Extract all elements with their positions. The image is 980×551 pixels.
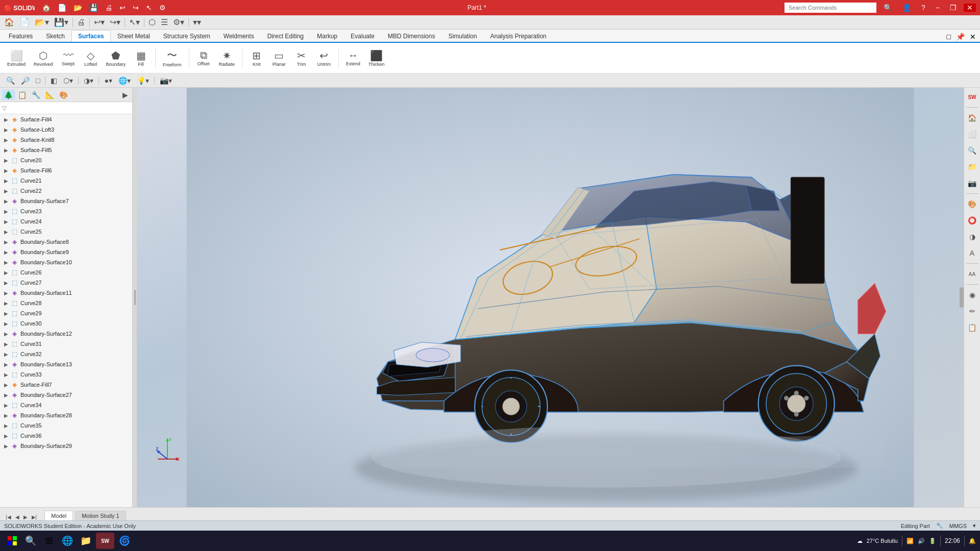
tab-nav-prev[interactable]: ◀ <box>14 514 21 520</box>
tree-item[interactable]: ▶⬚Curve23 <box>0 206 132 216</box>
expand-arrow[interactable]: ▶ <box>4 168 10 173</box>
expand-arrow[interactable]: ▶ <box>4 137 10 143</box>
tree-item[interactable]: ▶◈Boundary-Surface12 <box>0 329 132 339</box>
open-btn[interactable]: 📂 <box>70 4 85 12</box>
cmd-list[interactable]: ☰ <box>159 16 170 28</box>
tree-item[interactable]: ▶◈Boundary-Surface11 <box>0 288 132 298</box>
cmd-home[interactable]: 🏠 <box>2 16 16 28</box>
expand-arrow[interactable]: ▶ <box>4 147 10 153</box>
ribbon-fill-surface[interactable]: ▦ Fill <box>131 47 151 69</box>
vt-cam[interactable]: 📷▾ <box>158 76 174 86</box>
expand-arrow[interactable]: ▶ <box>4 413 10 418</box>
tree-item[interactable]: ▶◈Boundary-Surface7 <box>0 196 132 206</box>
tree-item[interactable]: ▶◈Boundary-Surface27 <box>0 390 132 400</box>
taskbar-edge[interactable]: 🌐 <box>59 533 76 549</box>
cmd-print[interactable]: 🖨 <box>75 17 87 28</box>
tree-item[interactable]: ▶⬚Curve25 <box>0 227 132 237</box>
cmd-options[interactable]: ⚙▾ <box>171 16 186 28</box>
expand-arrow[interactable]: ▶ <box>4 219 10 224</box>
dim-xpert-btn[interactable]: 📐 <box>43 90 56 100</box>
new-btn[interactable]: 📄 <box>55 4 69 12</box>
panel-expand-btn[interactable]: ▶ <box>120 90 130 100</box>
taskbar-notification-btn[interactable]: 🔔 <box>969 538 976 544</box>
tab-simulation[interactable]: Simulation <box>442 30 483 42</box>
rp-search-btn[interactable]: 🔍 <box>965 143 979 158</box>
account-btn[interactable]: 👤 <box>899 4 914 12</box>
expand-arrow[interactable]: ▶ <box>4 433 10 439</box>
tree-item[interactable]: ▶⬚Curve26 <box>0 267 132 278</box>
expand-arrow[interactable]: ▶ <box>4 352 10 357</box>
cmd-new[interactable]: 📄 <box>17 16 32 28</box>
options-btn[interactable]: ⚙ <box>156 4 169 12</box>
redo-btn[interactable]: ↪ <box>130 4 142 12</box>
tab-weldments[interactable]: Weldments <box>217 30 261 42</box>
tree-item[interactable]: ▶⬚Curve33 <box>0 369 132 380</box>
ribbon-offset-surface[interactable]: ⧉ Offset <box>193 47 214 68</box>
vt-zoom-sel[interactable]: 🔎 <box>19 76 32 86</box>
tree-item[interactable]: ▶⬚Curve29 <box>0 308 132 318</box>
home-btn[interactable]: 🏠 <box>39 4 54 12</box>
rp-home-btn[interactable]: 🏠 <box>965 111 979 125</box>
vt-view-orient[interactable]: □ <box>34 76 42 86</box>
units-dropdown[interactable]: ▾ <box>973 522 976 529</box>
expand-arrow[interactable]: ▶ <box>4 321 10 327</box>
tree-item[interactable]: ▶◈Boundary-Surface29 <box>0 441 132 451</box>
tree-item[interactable]: ▶◈Surface-Fill6 <box>0 165 132 176</box>
expand-arrow[interactable]: ▶ <box>4 239 10 245</box>
expand-arrow[interactable]: ▶ <box>4 382 10 388</box>
vt-zoom-fit[interactable]: 🔍 <box>4 76 17 86</box>
ribbon-untrim[interactable]: ↩ Untrim <box>314 47 334 69</box>
ribbon-extend[interactable]: ↔ Extend <box>343 47 363 68</box>
rp-text-btn[interactable]: A <box>965 246 979 260</box>
taskbar-folder[interactable]: 📁 <box>78 533 94 549</box>
tree-filter-input[interactable] <box>9 105 130 111</box>
rp-task2-btn[interactable]: ✏ <box>965 304 979 318</box>
expand-arrow[interactable]: ▶ <box>4 392 10 398</box>
search-icon[interactable]: 🔍 <box>880 4 895 12</box>
ribbon-lofted-surface[interactable]: ◇ Lofted <box>81 47 101 69</box>
expand-arrow[interactable]: ▶ <box>4 331 10 337</box>
tab-sketch[interactable]: Sketch <box>39 30 71 42</box>
vt-lights[interactable]: 💡▾ <box>135 76 151 86</box>
expand-arrow[interactable]: ▶ <box>4 178 10 184</box>
rp-photo-btn[interactable]: 📷 <box>965 176 979 190</box>
expand-arrow[interactable]: ▶ <box>4 280 10 286</box>
rp-solidworks-btn[interactable]: SW <box>965 90 979 104</box>
expand-arrow[interactable]: ▶ <box>4 188 10 194</box>
taskbar-taskview[interactable]: ⊞ <box>41 533 57 549</box>
taskbar-chrome[interactable]: 🌀 <box>116 533 133 549</box>
tab-expand-btn[interactable]: □ <box>945 32 953 42</box>
vt-wireframe[interactable]: ⬡▾ <box>61 76 75 86</box>
tab-markup[interactable]: Markup <box>310 30 344 42</box>
cmd-open[interactable]: 📂▾ <box>33 16 51 28</box>
rp-aa-btn[interactable]: AA <box>965 267 979 281</box>
tree-item[interactable]: ▶◈Boundary-Surface28 <box>0 410 132 420</box>
minimize-btn[interactable]: − <box>933 4 943 12</box>
ribbon-revolved-surface[interactable]: ⬡ Revolved <box>31 47 56 69</box>
tree-item[interactable]: ▶⬚Curve36 <box>0 431 132 441</box>
vt-section-view[interactable]: ◧ <box>48 76 59 86</box>
tab-sheet-metal[interactable]: Sheet Metal <box>111 30 157 42</box>
tab-pin-btn[interactable]: 📌 <box>954 32 967 42</box>
rp-color-btn[interactable]: 🎨 <box>965 197 979 211</box>
ribbon-boundary-surface[interactable]: ⬟ Boundary <box>103 47 129 69</box>
ribbon-knit[interactable]: ⊞ Knit <box>247 47 267 69</box>
tree-item[interactable]: ▶⬚Curve28 <box>0 298 132 308</box>
tab-evaluate[interactable]: Evaluate <box>344 30 381 42</box>
tree-item[interactable]: ▶◈Surface-Fill5 <box>0 145 132 155</box>
help-btn[interactable]: ? <box>918 4 928 12</box>
tree-item[interactable]: ▶⬚Curve21 <box>0 176 132 186</box>
expand-arrow[interactable]: ▶ <box>4 260 10 265</box>
rp-sphere-btn[interactable]: ⭕ <box>965 213 979 228</box>
taskbar-time[interactable]: 22:06 <box>945 537 960 544</box>
tree-item[interactable]: ▶⬚Curve32 <box>0 349 132 359</box>
tab-direct-editing[interactable]: Direct Editing <box>261 30 310 42</box>
expand-arrow[interactable]: ▶ <box>4 423 10 429</box>
expand-arrow[interactable]: ▶ <box>4 229 10 235</box>
expand-arrow[interactable]: ▶ <box>4 443 10 449</box>
expand-arrow[interactable]: ▶ <box>4 290 10 296</box>
tree-item[interactable]: ▶⬚Curve27 <box>0 278 132 288</box>
ribbon-thicken[interactable]: ⬛ Thicken <box>365 47 388 69</box>
tab-features[interactable]: Features <box>2 30 39 42</box>
tab-nav-last[interactable]: ▶| <box>30 514 39 520</box>
